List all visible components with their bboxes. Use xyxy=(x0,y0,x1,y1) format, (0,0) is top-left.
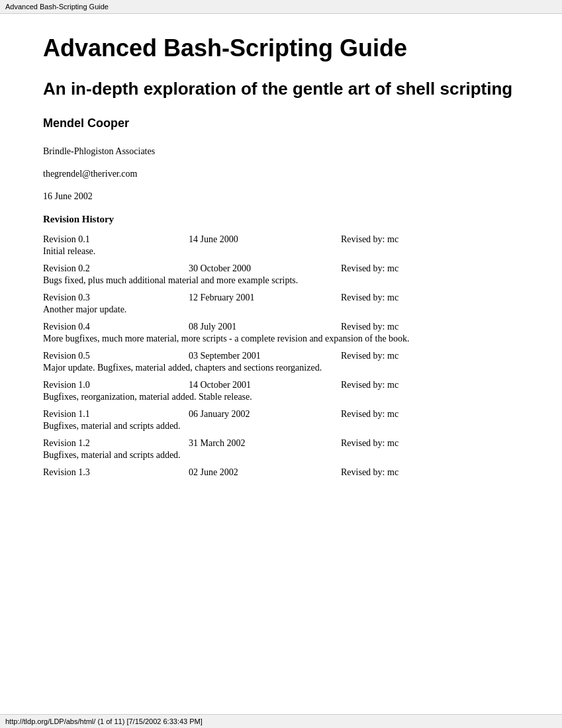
table-row: Bugs fixed, plus much additional materia… xyxy=(43,275,519,289)
table-row: Revision 0.114 June 2000Revised by: mc xyxy=(43,230,519,246)
revision-number: Revision 0.2 xyxy=(43,259,189,275)
status-bar: http://tldp.org/LDP/abs/html/ (1 of 11) … xyxy=(0,714,562,728)
table-row: Major update. Bugfixes, material added, … xyxy=(43,363,519,376)
table-row: Bugfixes, material and scripts added. xyxy=(43,421,519,434)
table-row: Another major update. xyxy=(43,304,519,318)
table-row: Revision 1.106 January 2002Revised by: m… xyxy=(43,405,519,421)
revision-author: Revised by: mc xyxy=(341,405,519,421)
revision-description: More bugfixes, much more material, more … xyxy=(43,334,519,347)
table-row: Revision 1.014 October 2001Revised by: m… xyxy=(43,376,519,392)
revision-date: 03 September 2001 xyxy=(189,347,341,363)
revision-number: Revision 1.2 xyxy=(43,434,189,450)
revision-number: Revision 0.4 xyxy=(43,318,189,334)
table-row: Revision 0.503 September 2001Revised by:… xyxy=(43,347,519,363)
email: thegrendel@theriver.com xyxy=(43,169,519,179)
revision-author: Revised by: mc xyxy=(341,289,519,304)
revision-number: Revision 0.5 xyxy=(43,347,189,363)
table-row: Bugfixes, reorganization, material added… xyxy=(43,392,519,405)
author-name: Mendel Cooper xyxy=(43,116,519,130)
page-title: Advanced Bash-Scripting Guide xyxy=(43,34,519,62)
revision-number: Revision 1.3 xyxy=(43,463,189,479)
browser-title: Advanced Bash-Scripting Guide xyxy=(0,0,562,14)
table-row: Revision 0.408 July 2001Revised by: mc xyxy=(43,318,519,334)
table-row: Revision 1.302 June 2002Revised by: mc xyxy=(43,463,519,479)
revision-description: Bugfixes, reorganization, material added… xyxy=(43,392,519,405)
revision-number: Revision 1.1 xyxy=(43,405,189,421)
organization: Brindle-Phlogiston Associates xyxy=(43,146,519,157)
revision-history-title: Revision History xyxy=(43,214,519,225)
revision-table: Revision 0.114 June 2000Revised by: mcIn… xyxy=(43,230,519,479)
table-row: Revision 0.312 February 2001Revised by: … xyxy=(43,289,519,304)
revision-description: Bugfixes, material and scripts added. xyxy=(43,450,519,463)
table-row: Revision 0.230 October 2000Revised by: m… xyxy=(43,259,519,275)
table-row: Initial release. xyxy=(43,246,519,259)
revision-number: Revision 0.3 xyxy=(43,289,189,304)
revision-author: Revised by: mc xyxy=(341,230,519,246)
revision-author: Revised by: mc xyxy=(341,434,519,450)
revision-date: 12 February 2001 xyxy=(189,289,341,304)
revision-description: Initial release. xyxy=(43,246,519,259)
revision-author: Revised by: mc xyxy=(341,376,519,392)
table-row: More bugfixes, much more material, more … xyxy=(43,334,519,347)
table-row: Bugfixes, material and scripts added. xyxy=(43,450,519,463)
revision-author: Revised by: mc xyxy=(341,259,519,275)
revision-number: Revision 1.0 xyxy=(43,376,189,392)
revision-description: Bugs fixed, plus much additional materia… xyxy=(43,275,519,289)
revision-description: Bugfixes, material and scripts added. xyxy=(43,421,519,434)
revision-description: Major update. Bugfixes, material added, … xyxy=(43,363,519,376)
revision-author: Revised by: mc xyxy=(341,318,519,334)
page-content: Advanced Bash-Scripting Guide An in-dept… xyxy=(0,14,562,519)
revision-description: Another major update. xyxy=(43,304,519,318)
revision-date: 30 October 2000 xyxy=(189,259,341,275)
page-subtitle: An in-depth exploration of the gentle ar… xyxy=(43,78,519,101)
revision-date: 06 January 2002 xyxy=(189,405,341,421)
revision-author: Revised by: mc xyxy=(341,463,519,479)
pub-date: 16 June 2002 xyxy=(43,191,519,202)
revision-date: 14 June 2000 xyxy=(189,230,341,246)
revision-number: Revision 0.1 xyxy=(43,230,189,246)
revision-date: 14 October 2001 xyxy=(189,376,341,392)
table-row: Revision 1.231 March 2002Revised by: mc xyxy=(43,434,519,450)
revision-date: 08 July 2001 xyxy=(189,318,341,334)
revision-date: 31 March 2002 xyxy=(189,434,341,450)
revision-author: Revised by: mc xyxy=(341,347,519,363)
revision-date: 02 June 2002 xyxy=(189,463,341,479)
